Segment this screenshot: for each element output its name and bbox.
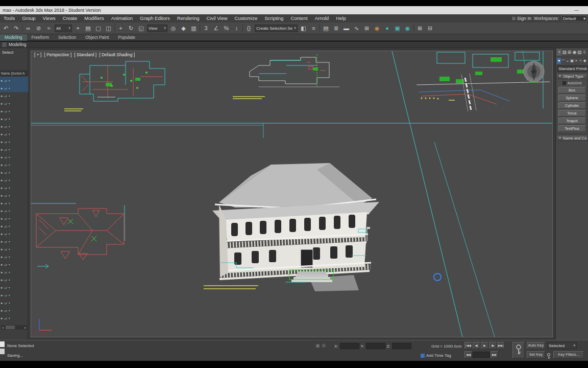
utilities-tab[interactable]: ◊ — [582, 49, 587, 56]
toggle-ribbon-icon[interactable]: ▬ — [341, 24, 351, 33]
selection-set-dropdown[interactable]: Selected ▾ — [547, 342, 577, 349]
geometry-category[interactable]: ● — [557, 58, 561, 64]
named-selection-combo[interactable]: Create Selection Se ▾ — [255, 25, 298, 32]
explorer-name-column-header[interactable]: Name (Sorted A — [0, 71, 28, 76]
explorer-row[interactable]: ▸ ▱ ▪ — [0, 284, 28, 291]
menu-item[interactable]: Rendering — [174, 14, 203, 22]
visibility-icon[interactable]: ▪ — [9, 201, 10, 205]
visibility-icon[interactable]: ▪ — [9, 163, 10, 167]
ribbon-tab[interactable]: Freeform — [27, 34, 54, 41]
visibility-icon[interactable]: ▪ — [9, 155, 10, 159]
expand-arrow-icon[interactable]: ▸ — [1, 232, 3, 236]
expand-arrow-icon[interactable]: ▸ — [1, 270, 3, 274]
expand-arrow-icon[interactable]: ▸ — [1, 178, 3, 182]
autogrid-checkbox[interactable] — [562, 81, 566, 85]
scroll-right-icon[interactable]: ▸ — [23, 326, 27, 329]
explorer-row[interactable]: ▸ ▱ ▪ — [0, 146, 28, 153]
expand-arrow-icon[interactable]: ▸ — [1, 301, 3, 305]
motion-tab[interactable]: ◉ — [572, 49, 577, 56]
expand-arrow-icon[interactable]: ▸ — [1, 293, 3, 297]
viewport-shading-menu[interactable]: [ Default Shading ] — [99, 52, 135, 57]
expand-arrow-icon[interactable]: ▸ — [1, 171, 3, 175]
menu-item[interactable]: Graph Editors — [136, 14, 174, 22]
object-type-button[interactable]: Cylinder — [558, 102, 586, 109]
scroll-left-icon[interactable]: ◂ — [1, 326, 5, 329]
expand-arrow-icon[interactable]: ▸ — [1, 102, 3, 106]
object-type-button[interactable]: Sphere — [558, 95, 586, 101]
explorer-row[interactable]: ▸ ▱ ▪ — [0, 222, 28, 230]
visibility-icon[interactable]: ▪ — [9, 94, 10, 98]
visibility-icon[interactable]: ▪ — [9, 224, 10, 228]
ribbon-group-label[interactable]: Modeling — [9, 42, 27, 47]
expand-arrow-icon[interactable]: ▸ — [1, 186, 3, 190]
explorer-row[interactable]: ▸ ▱ ▪ — [0, 268, 28, 276]
selection-filter-dropdown[interactable]: All ▾ — [55, 25, 72, 32]
explorer-row[interactable]: ▸ ▱ ▪ — [0, 107, 28, 115]
visibility-icon[interactable]: ▪ — [9, 286, 10, 289]
expand-arrow-icon[interactable]: ▸ — [1, 125, 3, 129]
space-warps-category[interactable]: ≈ — [578, 58, 582, 64]
grid-icon-a[interactable]: ⊞ — [415, 24, 425, 33]
expand-arrow-icon[interactable]: ▸ — [1, 309, 3, 313]
z-coordinate-field[interactable] — [392, 343, 411, 349]
visibility-icon[interactable]: ▪ — [9, 178, 10, 182]
expand-arrow-icon[interactable]: ▸ — [1, 132, 3, 136]
expand-arrow-icon[interactable]: ▸ — [1, 140, 3, 144]
toggle-scene-explorer-icon[interactable]: ▤ — [321, 24, 331, 33]
expand-arrow-icon[interactable]: ▸ — [1, 163, 3, 167]
window-minimize-icon[interactable]: — — [574, 6, 579, 14]
menu-item[interactable]: Animation — [108, 14, 136, 22]
expand-arrow-icon[interactable]: ▸ — [1, 155, 3, 159]
visibility-icon[interactable]: ▪ — [9, 247, 10, 251]
menu-item[interactable]: Help — [332, 14, 350, 22]
previous-key-button[interactable]: ◀◀ — [464, 351, 472, 358]
select-by-name-icon[interactable]: ▤ — [83, 24, 93, 33]
visibility-icon[interactable]: ▪ — [9, 240, 10, 243]
hierarchy-tab[interactable]: ⊞ — [567, 49, 572, 56]
lights-category[interactable]: ◒ — [566, 58, 570, 64]
explorer-row[interactable]: ▸ ▱ ▪ — [0, 207, 28, 215]
viewport-general-menu[interactable]: [ + ] — [34, 52, 41, 57]
menu-item[interactable]: Create — [59, 14, 81, 22]
select-object-icon[interactable]: ⌖ — [73, 24, 83, 33]
explorer-row[interactable]: ▸ ▱ ▪ — [0, 245, 28, 253]
explorer-row[interactable]: ▸ ▱ ▪ — [0, 261, 28, 268]
select-and-rotate-icon[interactable]: ↻ — [126, 24, 136, 33]
previous-frame-button[interactable]: ◀| — [473, 342, 480, 349]
menu-item[interactable]: Tools — [0, 14, 18, 22]
absolute-mode-icon[interactable]: ⊞ — [322, 343, 326, 348]
visibility-icon[interactable]: ▪ — [9, 132, 10, 136]
y-coordinate-field[interactable] — [366, 343, 385, 349]
menu-item[interactable]: Modifiers — [81, 14, 108, 22]
current-frame-field[interactable] — [473, 352, 490, 358]
explorer-row[interactable]: ▸ ▱ ▪ — [0, 176, 28, 184]
helpers-category[interactable]: ⌖ — [574, 58, 578, 64]
maxscript-mini-listener[interactable] — [0, 341, 5, 347]
explorer-row[interactable]: ▸ ▱ ▪ — [0, 215, 28, 222]
explorer-row[interactable]: ▸ ▱ ▪ — [0, 276, 28, 284]
visibility-icon[interactable]: ▪ — [9, 117, 10, 121]
visibility-icon[interactable]: ▪ — [9, 301, 10, 305]
explorer-row[interactable]: ▸ ▱ ▪ — [0, 123, 28, 130]
select-and-manipulate-icon[interactable]: ◆ — [179, 24, 188, 33]
select-and-move-icon[interactable]: + — [116, 24, 126, 33]
expand-arrow-icon[interactable]: ▸ — [1, 86, 3, 90]
expand-arrow-icon[interactable]: ▸ — [1, 209, 3, 213]
maxscript-listener-white[interactable] — [0, 349, 5, 354]
menu-item[interactable]: Content — [287, 14, 311, 22]
selection-lock-icon[interactable]: ▣ — [315, 343, 320, 348]
explorer-row[interactable]: ▸ ▱ ▪ — [0, 238, 28, 245]
explorer-row[interactable]: ▸ ▱ ▪ — [0, 184, 28, 192]
schematic-view-icon[interactable]: ⊞ — [362, 24, 372, 33]
visibility-icon[interactable]: ▪ — [9, 209, 10, 213]
explorer-row[interactable]: ▸ ▱ ▪ — [0, 314, 28, 322]
explorer-row[interactable]: ▸ ▱ ▪ — [0, 192, 28, 199]
object-type-button[interactable]: Teapot — [558, 118, 586, 124]
expand-arrow-icon[interactable]: ▸ — [1, 79, 3, 83]
visibility-icon[interactable]: ▪ — [9, 316, 10, 320]
display-tab[interactable]: ▤ — [577, 49, 582, 56]
cameras-category[interactable]: ▣ — [570, 58, 574, 64]
visibility-icon[interactable]: ▪ — [9, 171, 10, 174]
reference-coordinate-dropdown[interactable]: View ▾ — [147, 25, 167, 32]
shapes-category[interactable]: ◠ — [561, 58, 566, 64]
